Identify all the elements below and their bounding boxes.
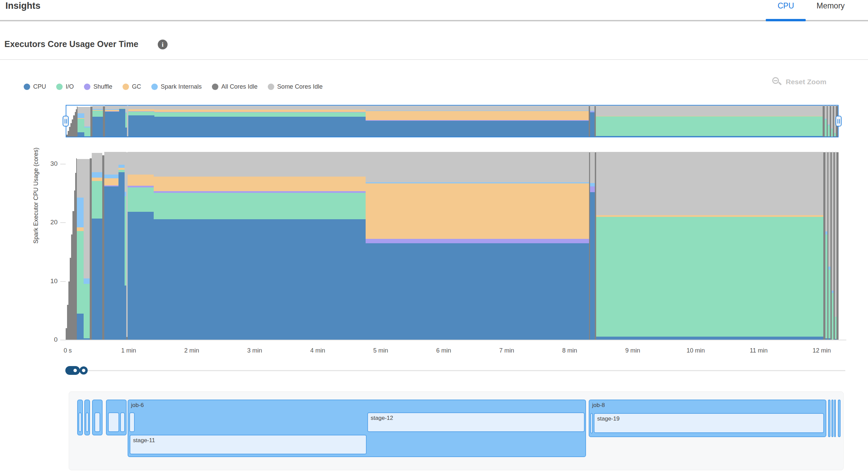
stage-bar[interactable]: [594, 413, 824, 433]
stage-bar[interactable]: [120, 412, 125, 432]
main-chart-area[interactable]: [66, 151, 839, 340]
chart-segment: [77, 231, 84, 314]
brush-handle-left[interactable]: [63, 116, 69, 127]
header-divider: [0, 20, 868, 21]
chart-segment: [78, 113, 84, 118]
legend-label: Spark Internals: [161, 83, 202, 90]
chart-segment: [596, 217, 824, 337]
x-tick-label: 0 s: [64, 347, 72, 354]
legend-item[interactable]: Spark Internals: [151, 83, 202, 90]
legend-label: Shuffle: [93, 83, 112, 90]
chart-segment: [590, 111, 595, 112]
stage-bar[interactable]: [94, 412, 100, 432]
legend-item[interactable]: GC: [123, 83, 141, 90]
job-bar-label: job-8: [589, 400, 605, 409]
chart-segment: [84, 127, 90, 128]
y-tick-mark: [60, 281, 66, 282]
chart-segment: [596, 116, 823, 116]
info-icon[interactable]: i: [158, 40, 168, 49]
job-bar[interactable]: [834, 400, 836, 437]
chart-segment: [104, 175, 118, 178]
brush-handle-right[interactable]: [836, 116, 842, 127]
page-title: Insights: [5, 1, 41, 11]
chart-segment: [77, 159, 84, 198]
x-tick-label: 5 min: [373, 347, 388, 354]
time-slider-track[interactable]: [88, 370, 845, 371]
chart-segment: [128, 112, 154, 116]
legend-dot: [24, 84, 30, 90]
stage-bar[interactable]: [130, 435, 367, 454]
chart-segment: [92, 172, 102, 178]
x-tick-label: 11 min: [750, 347, 768, 354]
chart-segment: [366, 121, 589, 137]
stage-bar-label: stage-19: [594, 413, 620, 422]
stage-bar[interactable]: [129, 412, 135, 432]
job-bar[interactable]: [838, 400, 841, 437]
job-bar[interactable]: [831, 400, 833, 437]
legend-item[interactable]: Some Cores Idle: [268, 83, 323, 90]
chart-segment: [366, 120, 589, 121]
chart-segment: [154, 106, 366, 110]
chart-segment: [105, 106, 119, 109]
stage-bar[interactable]: [590, 413, 593, 433]
stage-bar[interactable]: [79, 412, 82, 432]
reset-zoom-label: Reset Zoom: [786, 78, 826, 86]
chart-segment: [105, 109, 119, 110]
chart-segment: [596, 215, 824, 217]
chart-segment: [104, 185, 118, 186]
chart-segment: [78, 132, 84, 137]
chart-segment: [590, 106, 595, 111]
time-slider-handle-a[interactable]: [71, 366, 79, 375]
chart-segment: [366, 182, 589, 183]
x-tick-label: 4 min: [310, 347, 325, 354]
stage-bar[interactable]: [86, 412, 89, 432]
chart-segment: [366, 111, 589, 111]
chart-segment: [77, 314, 84, 340]
chart-segment: [590, 112, 595, 137]
chart-segment: [119, 109, 125, 137]
chart-legend: CPUI/OShuffleGCSpark InternalsAll Cores …: [24, 83, 323, 90]
chart-segment: [104, 152, 118, 175]
brush-overview-chart[interactable]: [66, 105, 839, 137]
legend-item[interactable]: Shuffle: [84, 83, 112, 90]
tab-memory[interactable]: Memory: [817, 1, 845, 10]
stage-bar[interactable]: [108, 412, 119, 432]
chart-segment: [128, 106, 154, 109]
time-slider-handle-b[interactable]: [80, 366, 88, 375]
chart-segment: [92, 117, 103, 137]
legend-item[interactable]: I/O: [56, 83, 74, 90]
brush-chart-area: [66, 106, 838, 137]
legend-item[interactable]: All Cores Idle: [212, 83, 258, 90]
chart-segment: [154, 117, 366, 137]
legend-label: Some Cores Idle: [277, 83, 323, 90]
legend-dot: [268, 84, 274, 90]
job-bar[interactable]: [828, 400, 830, 437]
stage-bar[interactable]: [367, 412, 585, 432]
chart-segment: [119, 108, 125, 109]
chart-segment: [77, 227, 84, 231]
x-tick-label: 9 min: [625, 347, 640, 354]
legend-label: All Cores Idle: [221, 83, 258, 90]
reset-zoom-button[interactable]: Reset Zoom: [772, 77, 826, 87]
chart-segment: [154, 110, 366, 112]
section-title: Executors Core Usage Over Time: [4, 39, 138, 49]
tab-cpu[interactable]: CPU: [778, 1, 794, 10]
y-tick-label: 30: [41, 160, 58, 167]
chart-segment: [366, 243, 589, 340]
legend-item[interactable]: CPU: [24, 83, 46, 90]
chart-segment: [92, 106, 103, 109]
chart-segment: [84, 278, 90, 284]
chart-segment: [84, 284, 90, 338]
chart-segment: [84, 107, 90, 127]
chart-segment: [128, 109, 154, 111]
y-tick-mark: [60, 340, 66, 340]
chart-segment: [84, 128, 90, 137]
chart-segment: [590, 192, 595, 340]
chart-segment: [92, 181, 102, 219]
chart-segment: [128, 186, 154, 187]
x-tick-label: 2 min: [184, 347, 199, 354]
chart-segment: [154, 112, 366, 117]
chart-segment: [596, 116, 823, 136]
chart-segment: [366, 239, 589, 243]
chart-segment: [596, 136, 823, 137]
